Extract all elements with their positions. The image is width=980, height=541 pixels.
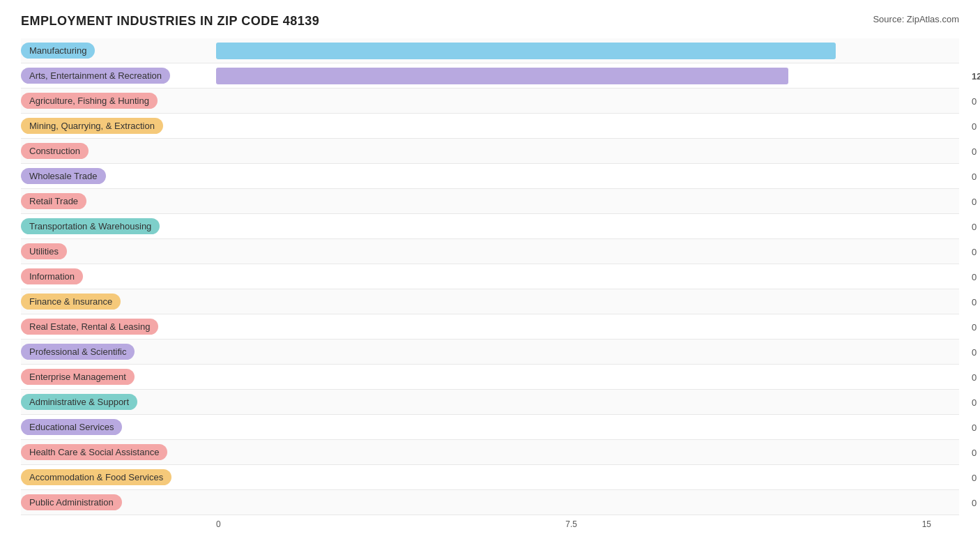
industry-label: Health Care & Social Assistance (21, 444, 167, 460)
bar-track (216, 444, 931, 461)
industry-label: Real Estate, Rental & Leasing (21, 319, 158, 335)
bar-track (216, 344, 931, 360)
label-pill: Agriculture, Fishing & Hunting (21, 93, 216, 109)
label-pill: Administrative & Support (21, 394, 216, 410)
industry-label: Finance & Insurance (21, 294, 121, 310)
bar-track (216, 68, 931, 84)
bar-track (216, 168, 931, 185)
bar-row: Construction 0 (21, 139, 959, 164)
bar-and-value: 0 (216, 469, 959, 486)
bar-value: 0 (972, 271, 980, 282)
bar-track (216, 218, 931, 235)
label-pill: Information (21, 268, 216, 284)
bar-value: 0 (972, 346, 980, 357)
bar-value: 0 (972, 121, 980, 131)
label-pill: Accommodation & Food Services (21, 469, 216, 485)
bar-and-value: 0 (216, 193, 959, 210)
bar-row: Real Estate, Rental & Leasing 0 (21, 314, 959, 340)
bar-and-value: 0 (216, 494, 959, 511)
bar-fill (216, 68, 788, 84)
bar-value: 13 (972, 45, 980, 56)
bar-value: 0 (972, 196, 980, 206)
bar-row: Accommodation & Food Services 0 (21, 465, 959, 490)
label-pill: Public Administration (21, 494, 216, 510)
bar-and-value: 0 (216, 369, 959, 386)
label-pill: Wholesale Trade (21, 168, 216, 184)
label-pill: Retail Trade (21, 193, 216, 209)
bar-row: Professional & Scientific 0 (21, 340, 959, 365)
bar-and-value: 0 (216, 268, 959, 285)
bar-row: Retail Trade 0 (21, 189, 959, 214)
bar-row: Administrative & Support 0 (21, 390, 959, 415)
chart-source: Source: ZipAtlas.com (873, 14, 959, 24)
bar-row: Educational Services 0 (21, 415, 959, 440)
bar-and-value: 0 (216, 319, 959, 335)
bar-row: Information 0 (21, 264, 959, 289)
x-axis-label: 0 (216, 519, 221, 529)
bar-value: 0 (972, 246, 980, 257)
bar-track (216, 294, 931, 310)
bar-track (216, 118, 931, 135)
industry-label: Information (21, 268, 83, 284)
label-pill: Professional & Scientific (21, 344, 216, 360)
label-pill: Construction (21, 143, 216, 159)
bar-value: 0 (972, 397, 980, 407)
bar-track (216, 243, 931, 260)
chart-title: EMPLOYMENT INDUSTRIES IN ZIP CODE 48139 (21, 14, 319, 29)
bar-row: Health Care & Social Assistance 0 (21, 440, 959, 465)
label-pill: Health Care & Social Assistance (21, 444, 216, 460)
bar-track (216, 494, 931, 511)
bar-and-value: 12 (216, 68, 959, 84)
bar-row: Wholesale Trade 0 (21, 164, 959, 189)
industry-label: Educational Services (21, 419, 122, 435)
x-axis: 07.515 (21, 519, 959, 529)
bar-track (216, 319, 931, 335)
x-axis-label: 15 (922, 519, 931, 529)
bar-value: 0 (972, 221, 980, 231)
bar-track (216, 193, 931, 210)
industry-label: Agriculture, Fishing & Hunting (21, 93, 158, 109)
bar-value: 0 (972, 447, 980, 457)
x-axis-labels: 07.515 (216, 519, 959, 529)
bar-track (216, 469, 931, 486)
label-pill: Enterprise Management (21, 369, 216, 385)
label-pill: Real Estate, Rental & Leasing (21, 319, 216, 335)
industry-label: Utilities (21, 243, 67, 259)
bar-value: 0 (972, 146, 980, 156)
industry-label: Administrative & Support (21, 394, 137, 410)
bar-row: Transportation & Warehousing 0 (21, 214, 959, 239)
bar-and-value: 0 (216, 118, 959, 135)
label-pill: Transportation & Warehousing (21, 218, 216, 234)
label-pill: Finance & Insurance (21, 294, 216, 310)
industry-label: Accommodation & Food Services (21, 469, 171, 485)
bar-row: Utilities 0 (21, 239, 959, 264)
bar-value: 0 (972, 96, 980, 106)
industry-label: Wholesale Trade (21, 168, 106, 184)
bar-and-value: 0 (216, 243, 959, 260)
bar-row: Manufacturing 13 (21, 38, 959, 63)
bar-track (216, 93, 931, 109)
bar-track (216, 419, 931, 436)
bar-value: 0 (972, 321, 980, 332)
bar-and-value: 0 (216, 168, 959, 185)
bar-and-value: 0 (216, 143, 959, 160)
label-pill: Educational Services (21, 419, 216, 435)
bar-fill (216, 43, 836, 59)
industry-label: Arts, Entertainment & Recreation (21, 68, 170, 84)
industry-label: Enterprise Management (21, 369, 135, 385)
bar-track (216, 369, 931, 386)
bar-value: 0 (972, 171, 980, 181)
bar-track (216, 394, 931, 411)
bar-and-value: 0 (216, 294, 959, 310)
industry-label: Professional & Scientific (21, 344, 135, 360)
bar-row: Agriculture, Fishing & Hunting 0 (21, 89, 959, 114)
bar-value: 0 (972, 422, 980, 432)
bar-row: Arts, Entertainment & Recreation 12 (21, 63, 959, 89)
chart-area: Manufacturing 13 Arts, Entertainment & R… (21, 38, 959, 515)
bar-value: 0 (972, 497, 980, 508)
industry-label: Public Administration (21, 494, 122, 510)
industry-label: Construction (21, 143, 89, 159)
industry-label: Manufacturing (21, 43, 95, 59)
label-pill: Manufacturing (21, 43, 216, 59)
bar-value: 12 (972, 70, 980, 81)
